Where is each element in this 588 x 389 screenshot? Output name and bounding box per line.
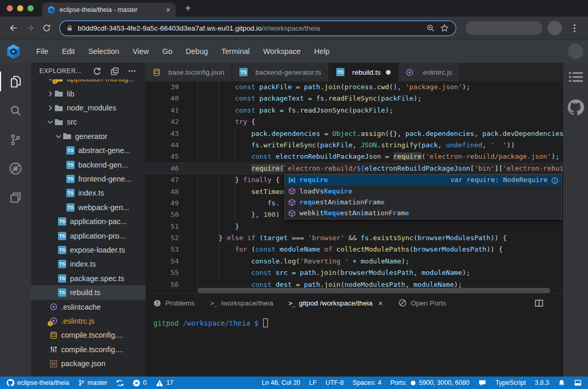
zoom-window-button[interactable]: [27, 5, 34, 11]
status-5900-3000-6080[interactable]: Ports:5900, 3000, 6080: [390, 379, 469, 386]
user-avatar[interactable]: [568, 44, 583, 59]
editor-tab--eslintrc-js[interactable]: .eslintrc.js: [398, 63, 460, 81]
scrollbar-thumb[interactable]: [197, 288, 550, 293]
line-number[interactable]: 55: [146, 267, 179, 279]
line-number[interactable]: 39: [146, 81, 179, 93]
tree-item-application-pro-[interactable]: TSapplication-pro...: [31, 229, 146, 243]
tree-item-lib[interactable]: lib: [31, 87, 146, 101]
suggestion-item[interactable]: requirevar require: NodeRequire: [285, 175, 562, 186]
refresh-icon[interactable]: [93, 67, 102, 76]
tree-item-expose-loader-ts[interactable]: TSexpose-loader.ts: [31, 243, 146, 257]
tree-item--eslintcache[interactable]: .eslintcache: [31, 300, 146, 314]
activity-files-icon[interactable]: [0, 67, 31, 96]
tree-item-compile-tsconfig-[interactable]: compile.tsconfig....: [31, 342, 146, 356]
tree-item-index-ts[interactable]: TSindex.ts: [31, 257, 146, 271]
status-eclipse-theia-theia[interactable]: eclipse-theia/theia: [6, 379, 69, 387]
suggestion-item[interactable]: webkitRequestAnimationFrame: [285, 208, 562, 219]
close-window-button[interactable]: [7, 5, 13, 11]
split-panel-icon[interactable]: [535, 299, 543, 308]
suggestion-item[interactable]: loadVsRequire: [285, 186, 562, 197]
status-3-8-3[interactable]: 3.8.3: [535, 379, 549, 386]
more-actions-icon[interactable]: [128, 67, 136, 75]
status-spaces-4[interactable]: Spaces: 4: [353, 379, 382, 386]
close-tab-icon[interactable]: ×: [166, 6, 170, 13]
line-number[interactable]: 45: [146, 151, 179, 162]
panel-tab-open-ports[interactable]: Open Ports: [398, 299, 446, 307]
close-icon[interactable]: ×: [378, 299, 383, 308]
line-number[interactable]: 49: [146, 198, 179, 209]
back-button[interactable]: [5, 23, 22, 33]
line-number[interactable]: 40: [146, 93, 179, 104]
forward-button[interactable]: [22, 23, 38, 33]
info-icon[interactable]: [551, 177, 558, 184]
status-master[interactable]: master: [78, 379, 107, 387]
line-number[interactable]: 56: [146, 279, 179, 290]
dirty-dot-icon[interactable]: [386, 70, 391, 75]
tree-item-application-pac-[interactable]: TSapplication-pac...: [31, 215, 146, 229]
menu-item-help[interactable]: Help: [307, 47, 336, 55]
menu-item-selection[interactable]: Selection: [81, 47, 126, 55]
browser-tab[interactable]: eclipse-theia/theia - master ×: [42, 3, 176, 17]
line-number[interactable]: 52: [146, 232, 179, 244]
menu-item-terminal[interactable]: Terminal: [214, 47, 256, 55]
new-tab-button[interactable]: +: [185, 3, 191, 15]
outline-view-icon[interactable]: [569, 71, 583, 83]
line-number[interactable]: 48: [146, 186, 179, 198]
line-number[interactable]: 47: [146, 174, 179, 186]
tree-item-abstract-gene-[interactable]: TSabstract-gene...: [31, 144, 146, 158]
status-chat[interactable]: [478, 379, 486, 387]
menu-item-view[interactable]: View: [126, 47, 155, 55]
activity-debug-icon[interactable]: [0, 154, 31, 183]
status-bell[interactable]: [558, 379, 565, 387]
line-number[interactable]: 41: [146, 105, 179, 116]
line-number[interactable]: 44: [146, 140, 179, 151]
code-line-53[interactable]: 53 for (const moduleName of collectModul…: [146, 244, 563, 255]
menu-item-workspace[interactable]: Workspace: [256, 47, 307, 55]
status-lf[interactable]: LF: [309, 379, 317, 386]
status-panel[interactable]: [574, 379, 582, 386]
code-line-41[interactable]: 41 const pack = fs.readJsonSync(packFile…: [146, 105, 563, 116]
url-bar[interactable]: b0dd9cdf-3453-4fe2-9a5c-66403d3ea7af.ws-…: [59, 20, 456, 36]
code-line-44[interactable]: 44 fs.writeFileSync(packFile, JSON.strin…: [146, 140, 563, 151]
line-number[interactable]: 46: [146, 163, 179, 174]
code-line-42[interactable]: 42 try {: [146, 116, 563, 128]
code-line-46[interactable]: 46 require(`electron-rebuild/${electronR…: [146, 163, 563, 174]
horizontal-scrollbar[interactable]: [197, 288, 561, 293]
suggestion-item[interactable]: requestAnimationFrame: [285, 197, 562, 208]
line-number[interactable]: 42: [146, 116, 179, 128]
activity-search-icon[interactable]: [0, 96, 31, 125]
panel-tab-gitpod-workspace-theia[interactable]: >_gitpod /workspace/theia×: [289, 299, 382, 308]
editor-tab-backend-generator-ts[interactable]: TSbackend-generator.ts: [232, 63, 329, 81]
tree-item-index-ts[interactable]: TSindex.ts: [31, 186, 146, 200]
panel-tab-problems[interactable]: Problems: [153, 299, 195, 307]
line-number[interactable]: 53: [146, 244, 179, 255]
status-ln-46-col-20[interactable]: Ln 46, Col 20: [262, 379, 300, 386]
editor-tab-base-tsconfig-json[interactable]: base.tsconfig.json: [146, 63, 232, 81]
zoom-icon[interactable]: [426, 23, 435, 33]
code-line-45[interactable]: 45 const electronRebuildPackageJson = re…: [146, 151, 563, 162]
collapse-all-icon[interactable]: [110, 67, 119, 76]
status-sync[interactable]: [116, 379, 124, 387]
activity-source-control-icon[interactable]: [0, 125, 31, 154]
menu-item-edit[interactable]: Edit: [55, 47, 81, 55]
line-number[interactable]: 54: [146, 256, 179, 267]
code-line-43[interactable]: 43 pack.dependencies = Object.assign({},…: [146, 128, 563, 140]
status-utf-8[interactable]: UTF-8: [325, 379, 343, 386]
tree-item-application-manag-[interactable]: !application-manag...: [31, 79, 146, 87]
terminal[interactable]: gitpod /workspace/theia $: [146, 312, 563, 334]
editor-tab-rebuild-ts[interactable]: TSrebuild.ts: [329, 63, 398, 81]
minimize-window-button[interactable]: [17, 5, 23, 11]
menu-item-file[interactable]: File: [30, 47, 55, 55]
panel-tab--workspace-theia[interactable]: >_/workspace/theia: [210, 299, 273, 307]
menu-item-go[interactable]: Go: [155, 47, 179, 55]
tree-item-rebuild-ts[interactable]: TSrebuild.ts: [31, 285, 146, 299]
status-0[interactable]: 0: [133, 379, 147, 387]
code-line-52[interactable]: 52 } else if (target === 'browser' && fs…: [146, 232, 563, 244]
tree-item-frontend-gene-[interactable]: TSfrontend-gene...: [31, 172, 146, 186]
code-editor[interactable]: 39 const packFile = path.join(process.cw…: [146, 81, 563, 293]
tree-item-generator[interactable]: generator: [31, 129, 146, 143]
code-line-39[interactable]: 39 const packFile = path.join(process.cw…: [146, 81, 563, 93]
browser-profile-avatar[interactable]: [548, 21, 562, 35]
tree-item-package-spec-ts[interactable]: TSpackage.spec.ts: [31, 271, 146, 285]
tree-item-webpack-gen-[interactable]: TSwebpack-gen...: [31, 200, 146, 214]
